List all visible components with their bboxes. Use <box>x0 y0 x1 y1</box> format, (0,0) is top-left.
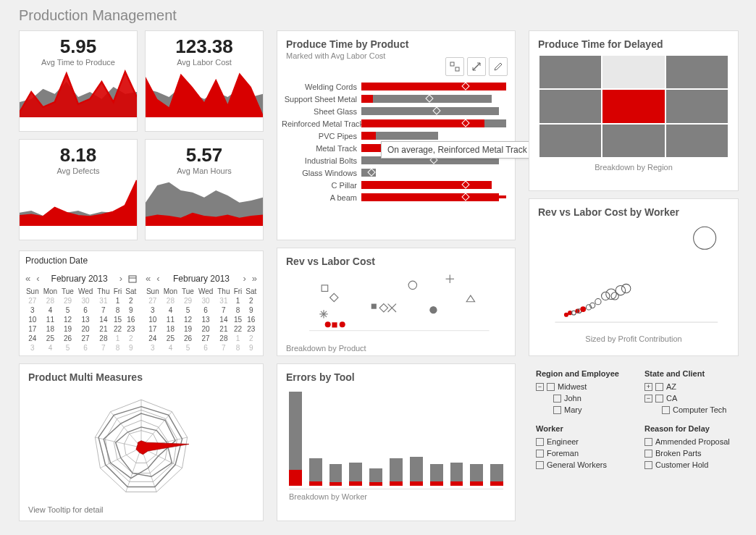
filter-item-amended[interactable]: Ammended Proposal <box>644 437 746 446</box>
hbar-row: PVC Pipes <box>282 130 506 142</box>
filter-title: Reason for Delay <box>644 424 746 433</box>
checkbox[interactable] <box>536 450 544 458</box>
kpi-sparkline <box>146 67 263 117</box>
hbar-row: Reinforced Metal Track <box>282 117 506 130</box>
hbar-row: Sheet Glass <box>282 105 506 117</box>
kpi-panel-manhours[interactable]: 5.57 Avg Man Hours <box>145 139 264 240</box>
panel-title: Rev vs Labor Cost by Worker <box>529 199 738 219</box>
collapse-icon[interactable]: − <box>644 395 652 403</box>
dashboard-page: Production Management 5.95 Avg Time to P… <box>0 0 756 535</box>
filter-title: Region and Employee <box>536 369 630 378</box>
heatmap <box>529 51 738 160</box>
kpi-sparkline <box>20 67 137 117</box>
prev-year-icon[interactable]: « <box>24 273 32 284</box>
svg-line-56 <box>95 437 141 447</box>
svg-point-33 <box>325 321 331 327</box>
kpi-label: Avg Time to Produce <box>22 58 134 67</box>
svg-point-22 <box>606 289 616 299</box>
filter-item-az[interactable]: +AZ <box>644 382 746 391</box>
prev-month-icon[interactable]: ‹ <box>35 273 41 284</box>
checkbox[interactable] <box>655 395 663 403</box>
prev-year-icon[interactable]: « <box>144 273 152 284</box>
hbar-row: Support Sheet Metal <box>282 93 506 105</box>
svg-point-25 <box>621 284 630 292</box>
edit-button[interactable] <box>489 57 508 76</box>
svg-marker-5 <box>20 180 137 226</box>
svg-point-14 <box>571 311 576 315</box>
next-month-icon[interactable]: › <box>118 273 124 284</box>
panel-title: Errors by Tool <box>277 364 515 384</box>
filter-item-general[interactable]: General Workers <box>536 460 630 469</box>
checkbox[interactable] <box>553 395 561 403</box>
kpi-panel-defects[interactable]: 8.18 Avg Defects <box>19 139 138 240</box>
panel-title: Production Date <box>20 251 263 267</box>
svg-point-17 <box>580 306 586 312</box>
panel-title: Product Multi Measures <box>20 364 263 384</box>
filter-item-hold[interactable]: Customer Hold <box>644 460 746 469</box>
svg-rect-43 <box>129 276 136 282</box>
hbar-row: A beam <box>282 191 506 203</box>
panel-product-multi[interactable]: Product Multi Measures <box>19 363 264 521</box>
checkbox[interactable] <box>553 406 561 414</box>
checkbox[interactable] <box>662 406 670 414</box>
panel-caption: Breakdown by Worker <box>277 489 515 504</box>
next-year-icon[interactable]: » <box>251 273 259 284</box>
filter-item-midwest[interactable]: −Midwest <box>536 382 630 391</box>
filter-item-foreman[interactable]: Foreman <box>536 449 630 458</box>
svg-point-40 <box>429 306 437 313</box>
svg-line-10 <box>473 63 480 70</box>
checkbox[interactable] <box>655 383 663 391</box>
svg-rect-36 <box>371 304 377 309</box>
calendar-from[interactable]: « ‹ February 2013 › SunMonTueWedThuFriSa… <box>24 270 138 353</box>
next-month-icon[interactable]: › <box>241 273 247 284</box>
panel-production-date[interactable]: Production Date « ‹ February 2013 › SunM… <box>19 250 264 356</box>
kpi-label: Avg Man Hours <box>148 167 260 175</box>
panel-title: Produce Time by Product <box>277 31 515 51</box>
kpi-panel-time[interactable]: 5.95 Avg Time to Produce <box>19 30 138 132</box>
kpi-panel-labor[interactable]: 123.38 Avg Labor Cost <box>145 30 264 132</box>
calendar-grid[interactable]: SunMonTueWedThuFriSat 272829303112 34567… <box>144 287 259 353</box>
filter-state-client: State and Client +AZ −CA Computer Tech R… <box>644 369 746 472</box>
page-title: Production Management <box>0 0 756 30</box>
svg-point-39 <box>408 281 416 289</box>
panel-produce-time-product[interactable]: Produce Time by Product Marked with Avg … <box>277 30 516 240</box>
checkbox[interactable] <box>644 450 652 458</box>
checkbox[interactable] <box>536 461 544 469</box>
calendar-month-label: February 2013 <box>44 274 115 284</box>
panel-rev-labor-worker[interactable]: Rev vs Labor Cost by Worker Sized by Pro… <box>529 198 739 356</box>
panel-rev-labor[interactable]: Rev vs Labor Cost Breakdown by Product <box>277 248 516 356</box>
filter-item-ca[interactable]: −CA <box>644 394 746 403</box>
filter-region-employee: Region and Employee −Midwest John Mary W… <box>536 369 630 472</box>
panel-errors-by-tool[interactable]: Errors by Tool Breakdown by Worker <box>277 363 516 521</box>
filter-title: Worker <box>536 424 630 433</box>
kpi-value: 123.38 <box>148 35 260 58</box>
prev-month-icon[interactable]: ‹ <box>155 273 161 284</box>
filter-item-computer-tech[interactable]: Computer Tech <box>644 405 746 414</box>
filter-item-john[interactable]: John <box>536 394 630 403</box>
checkbox[interactable] <box>644 438 652 446</box>
panel-produce-time-delayed[interactable]: Produce Time for Delayed Breakdown by Re… <box>529 30 739 191</box>
kpi-sparkline <box>20 175 137 226</box>
svg-line-57 <box>111 412 141 448</box>
checkbox[interactable] <box>644 461 652 469</box>
kpi-label: Avg Labor Cost <box>148 58 260 67</box>
labels-toggle-button[interactable] <box>445 57 464 76</box>
svg-point-35 <box>340 321 345 327</box>
filter-item-engineer[interactable]: Engineer <box>536 437 630 446</box>
filter-item-broken[interactable]: Broken Parts <box>644 449 746 458</box>
calendar-picker-icon[interactable] <box>127 274 138 283</box>
expand-icon[interactable]: + <box>644 383 652 391</box>
calendar-grid[interactable]: SunMonTueWedThuFriSat 272829303112 34567… <box>24 287 138 353</box>
panel-caption: Breakdown by Region <box>529 160 738 174</box>
panel-toolbar <box>445 57 508 76</box>
panel-caption: Breakdown by Product <box>277 341 515 355</box>
checkbox[interactable] <box>536 438 544 446</box>
collapse-icon[interactable]: − <box>536 383 544 391</box>
svg-point-26 <box>694 227 716 249</box>
hbar-row: Welding Cords <box>282 80 506 93</box>
svg-point-23 <box>611 292 618 300</box>
filter-item-mary[interactable]: Mary <box>536 405 630 414</box>
calendar-to[interactable]: « ‹ February 2013 › » SunMonTueWedThuFri… <box>144 270 259 353</box>
checkbox[interactable] <box>547 383 555 391</box>
expand-button[interactable] <box>467 57 486 76</box>
